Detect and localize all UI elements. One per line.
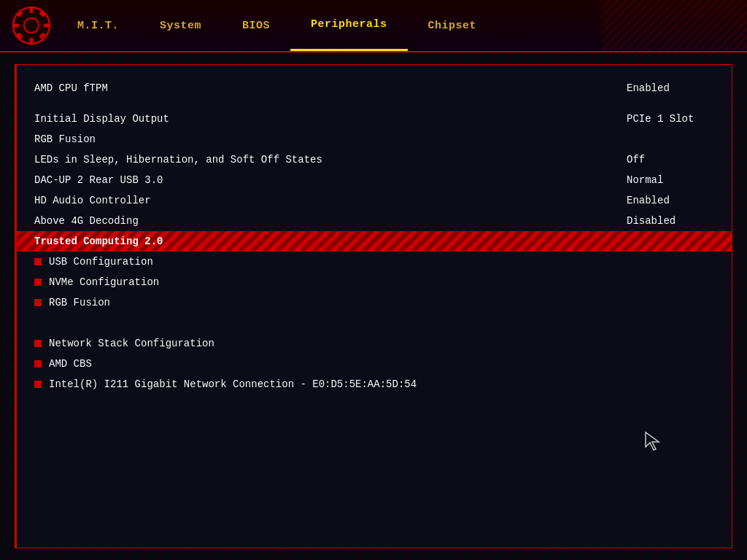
- svg-rect-2: [30, 7, 34, 13]
- submenu-indicator: [34, 381, 42, 388]
- tab-chipset[interactable]: Chipset: [408, 0, 498, 51]
- submenu-indicator: [34, 279, 42, 286]
- tab-bios[interactable]: BIOS: [222, 0, 290, 51]
- setting-amd-cpu-ftpm[interactable]: AMD CPU fTPM Enabled: [34, 78, 714, 98]
- setting-rgb-fusion-top[interactable]: RGB Fusion: [34, 129, 714, 149]
- submenu-amd-cbs[interactable]: AMD CBS: [34, 354, 714, 374]
- tab-peripherals[interactable]: Peripherals: [290, 0, 408, 51]
- setting-leds-sleep[interactable]: LEDs in Sleep, Hibernation, and Soft Off…: [34, 149, 714, 170]
- setting-above-4g[interactable]: Above 4G Decoding Disabled: [34, 211, 714, 231]
- setting-trusted-computing[interactable]: Trusted Computing 2.0: [17, 231, 732, 252]
- tab-system[interactable]: System: [139, 0, 222, 51]
- nav-tabs: M.I.T. System BIOS Peripherals Chipset: [57, 0, 747, 51]
- submenu-indicator: [34, 258, 42, 265]
- setting-initial-display[interactable]: Initial Display Output PCIe 1 Slot: [34, 109, 714, 129]
- submenu-intel-i211[interactable]: Intel(R) I211 Gigabit Network Connection…: [34, 374, 714, 394]
- setting-dac-up2[interactable]: DAC-UP 2 Rear USB 3.0 Normal: [34, 170, 714, 190]
- content-panel: AMD CPU fTPM Enabled Initial Display Out…: [15, 64, 732, 548]
- tab-mit[interactable]: M.I.T.: [57, 0, 139, 51]
- setting-hd-audio[interactable]: HD Audio Controller Enabled: [34, 190, 714, 211]
- svg-rect-4: [13, 24, 19, 28]
- submenu-network-stack[interactable]: Network Stack Configuration: [34, 333, 714, 354]
- submenu-nvme-config[interactable]: NVMe Configuration: [34, 272, 714, 292]
- main-area: AMD CPU fTPM Enabled Initial Display Out…: [0, 52, 747, 560]
- submenu-indicator: [34, 360, 42, 368]
- submenu-rgb-fusion[interactable]: RGB Fusion: [34, 292, 714, 313]
- submenu-indicator: [34, 299, 42, 306]
- submenu-indicator: [34, 340, 42, 347]
- submenu-usb-config[interactable]: USB Configuration: [34, 252, 714, 272]
- logo: [6, 0, 57, 51]
- svg-rect-3: [30, 38, 34, 44]
- settings-list: AMD CPU fTPM Enabled Initial Display Out…: [17, 78, 732, 394]
- header: M.I.T. System BIOS Peripherals Chipset: [0, 0, 747, 52]
- svg-rect-5: [44, 24, 50, 28]
